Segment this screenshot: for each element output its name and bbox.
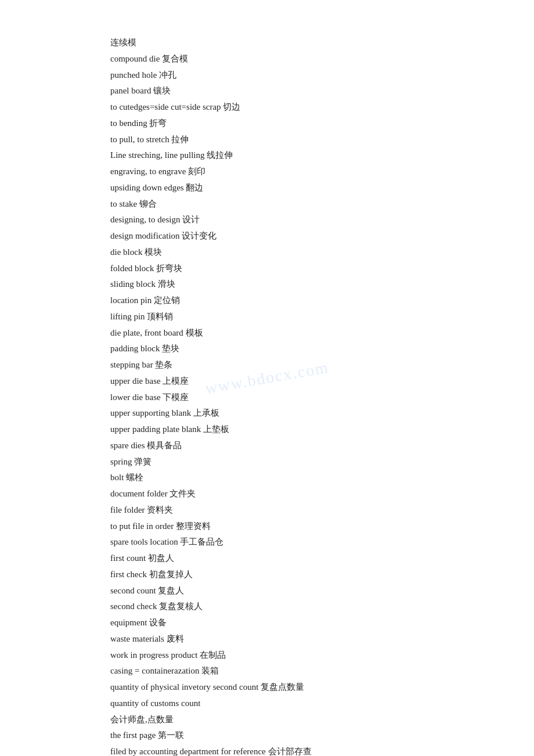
list-item: punched hole 冲孔 [110, 67, 424, 84]
list-item: stepping bar 垫条 [110, 357, 424, 373]
list-item: equipment 设备 [110, 615, 424, 631]
list-item: second count 复盘人 [110, 583, 424, 599]
list-item: upper die base 上模座 [110, 373, 424, 390]
list-item: first check 初盘复掉人 [110, 567, 424, 583]
list-item: first count 初盘人 [110, 550, 424, 567]
list-item: designing, to design 设计 [110, 212, 424, 228]
list-item: 连续模 [110, 35, 424, 51]
list-item: 会计师盘,点数量 [110, 712, 424, 728]
list-item: compound die 复合模 [110, 51, 424, 67]
list-item: panel board 镶块 [110, 83, 424, 99]
list-item: work in progress product 在制品 [110, 647, 424, 664]
list-item: engraving, to engrave 刻印 [110, 164, 424, 180]
list-item: to stake 铆合 [110, 196, 424, 213]
terminology-list: 连续模compound die 复合模punched hole 冲孔panel … [110, 35, 424, 756]
list-item: lower die base 下模座 [110, 390, 424, 406]
list-item: die plate, front board 模板 [110, 325, 424, 341]
list-item: lifting pin 顶料销 [110, 309, 424, 325]
list-item: padding block 垫块 [110, 341, 424, 357]
list-item: spare tools location 手工备品仓 [110, 534, 424, 550]
list-item: quantity of customs count [110, 696, 424, 712]
list-item: location pin 定位销 [110, 293, 424, 309]
list-item: second check 复盘复核人 [110, 599, 424, 615]
list-item: to cutedges=side cut=side scrap 切边 [110, 99, 424, 116]
list-item: quantity of physical invetory second cou… [110, 679, 424, 696]
list-item: folded block 折弯块 [110, 261, 424, 277]
list-item: spare dies 模具备品 [110, 438, 424, 454]
list-item: waste materials 废料 [110, 631, 424, 647]
list-item: to put file in order 整理资料 [110, 519, 424, 535]
list-item: Line streching, line pulling 线拉伸 [110, 147, 424, 164]
list-item: casing = containerazation 装箱 [110, 663, 424, 679]
list-item: upper padding plate blank 上垫板 [110, 422, 424, 438]
list-item: document folder 文件夹 [110, 486, 424, 502]
list-item: upsiding down edges 翻边 [110, 180, 424, 196]
list-item: to bending 折弯 [110, 116, 424, 132]
list-item: spring 弹簧 [110, 454, 424, 470]
list-item: design modification 设计变化 [110, 228, 424, 244]
list-item: sliding block 滑块 [110, 276, 424, 293]
list-item: upper supporting blank 上承板 [110, 405, 424, 422]
list-item: file folder 资料夹 [110, 502, 424, 519]
list-item: bolt 螺栓 [110, 470, 424, 486]
list-item: the first page 第一联 [110, 728, 424, 744]
list-item: to pull, to stretch 拉伸 [110, 132, 424, 148]
list-item: die block 模块 [110, 244, 424, 261]
list-item: filed by accounting department for refer… [110, 744, 424, 756]
